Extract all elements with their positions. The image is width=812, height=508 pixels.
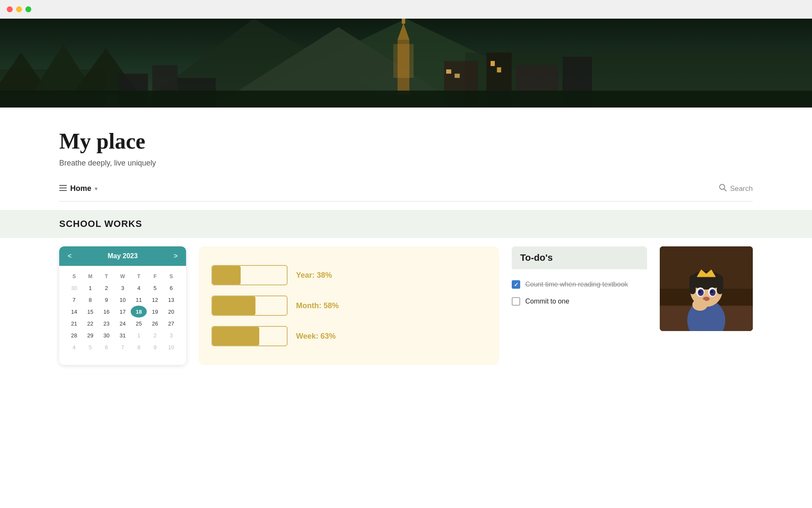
- svg-rect-24: [0, 91, 812, 108]
- svg-rect-26: [59, 188, 67, 188]
- year-progress-bar: [211, 265, 288, 285]
- cal-day[interactable]: 15: [82, 306, 98, 318]
- cal-day[interactable]: 16: [99, 306, 115, 318]
- year-progress-label: Year: 38%: [296, 271, 332, 280]
- todo-text-1: Count time when reading textbook: [525, 279, 628, 290]
- todo-checkbox-1[interactable]: [512, 280, 520, 289]
- cal-day[interactable]: 28: [66, 329, 82, 341]
- svg-rect-16: [446, 69, 451, 74]
- month-progress-bar: [211, 295, 288, 316]
- month-progress-label: Month: 58%: [296, 301, 339, 310]
- calendar-week-5: 28 29 30 31 1 2 3: [66, 329, 179, 341]
- cal-day[interactable]: 10: [115, 294, 131, 306]
- anime-character-image: [660, 246, 753, 331]
- home-nav[interactable]: Home ▾: [59, 184, 97, 193]
- school-works-section-header: SCHOOL WORKS: [0, 210, 812, 238]
- cal-day[interactable]: 8: [131, 341, 147, 353]
- cal-day[interactable]: 6: [99, 341, 115, 353]
- cal-day-today[interactable]: 18: [131, 306, 147, 318]
- cal-day[interactable]: 25: [131, 318, 147, 329]
- cal-day[interactable]: 10: [163, 341, 179, 353]
- todo-item-1: Count time when reading textbook: [512, 276, 647, 293]
- todo-text-2: Commit to one: [525, 296, 569, 306]
- page-title: My place: [59, 129, 753, 154]
- week-progress-label: Week: 63%: [296, 332, 336, 341]
- cal-day[interactable]: 23: [99, 318, 115, 329]
- progress-year: Year: 38%: [211, 265, 486, 285]
- cal-day[interactable]: 4: [131, 282, 147, 294]
- cal-day[interactable]: 17: [115, 306, 131, 318]
- svg-rect-48: [660, 246, 753, 331]
- page-subtitle: Breathe deeply, live uniquely: [59, 159, 753, 168]
- todo-header: To-do's: [512, 246, 647, 269]
- svg-rect-25: [59, 185, 67, 186]
- svg-rect-19: [497, 67, 501, 72]
- cal-day[interactable]: 24: [115, 318, 131, 329]
- svg-line-29: [724, 189, 726, 191]
- cal-day[interactable]: 19: [147, 306, 163, 318]
- cal-day[interactable]: 29: [82, 329, 98, 341]
- cal-day[interactable]: 3: [163, 329, 179, 341]
- todo-item-2: Commit to one: [512, 293, 647, 310]
- cal-day[interactable]: 20: [163, 306, 179, 318]
- todo-checkbox-2[interactable]: [512, 297, 520, 306]
- calendar-prev-button[interactable]: <: [68, 252, 71, 260]
- cal-day[interactable]: 2: [147, 329, 163, 341]
- cal-day[interactable]: 8: [82, 294, 98, 306]
- cal-day[interactable]: 26: [147, 318, 163, 329]
- cal-day[interactable]: 30: [99, 329, 115, 341]
- calendar-header: < May 2023 >: [59, 246, 186, 266]
- cal-day[interactable]: 27: [163, 318, 179, 329]
- cal-day[interactable]: 3: [115, 282, 131, 294]
- year-progress-fill: [212, 266, 241, 284]
- close-button[interactable]: [7, 6, 13, 12]
- cal-day[interactable]: 5: [147, 282, 163, 294]
- cal-day[interactable]: 14: [66, 306, 82, 318]
- maximize-button[interactable]: [25, 6, 31, 12]
- cal-day[interactable]: 2: [99, 282, 115, 294]
- todo-widget: To-do's Count time when reading textbook…: [512, 246, 647, 365]
- hero-banner: [0, 19, 812, 108]
- calendar-week-6: 4 5 6 7 8 9 10: [66, 341, 179, 353]
- month-progress-fill: [212, 296, 255, 315]
- day-header-sun: S: [66, 271, 82, 282]
- minimize-button[interactable]: [16, 6, 22, 12]
- svg-rect-11: [402, 19, 405, 24]
- day-header-wed: W: [115, 271, 131, 282]
- cal-day[interactable]: 12: [147, 294, 163, 306]
- cal-day[interactable]: 9: [99, 294, 115, 306]
- calendar-grid: S M T W T F S 30 1 2 3 4 5 6: [59, 266, 186, 358]
- hamburger-icon: [59, 185, 67, 193]
- calendar-widget: < May 2023 > S M T W T F S 30 1: [59, 246, 186, 365]
- cal-day[interactable]: 11: [131, 294, 147, 306]
- week-progress-bar: [211, 326, 288, 346]
- cal-day[interactable]: 31: [115, 329, 131, 341]
- cal-day[interactable]: 1: [82, 282, 98, 294]
- search-icon: [719, 184, 727, 193]
- image-widget: [660, 246, 753, 331]
- search-nav[interactable]: Search: [719, 184, 753, 193]
- chevron-down-icon: ▾: [95, 186, 97, 192]
- section-title: SCHOOL WORKS: [59, 218, 142, 229]
- page-title-section: My place Breathe deeply, live uniquely: [59, 108, 753, 176]
- cal-day[interactable]: 5: [82, 341, 98, 353]
- cal-day[interactable]: 6: [163, 282, 179, 294]
- week-progress-fill: [212, 327, 259, 345]
- search-label: Search: [730, 185, 753, 193]
- cal-day[interactable]: 9: [147, 341, 163, 353]
- cal-day[interactable]: 22: [82, 318, 98, 329]
- progress-widget: Year: 38% Month: 58% Week: 63%: [199, 246, 499, 365]
- cal-day[interactable]: 7: [115, 341, 131, 353]
- calendar-week-4: 21 22 23 24 25 26 27: [66, 318, 179, 329]
- main-grid: < May 2023 > S M T W T F S 30 1: [59, 246, 753, 382]
- cal-day[interactable]: 13: [163, 294, 179, 306]
- cal-day[interactable]: 30: [66, 282, 82, 294]
- cal-day[interactable]: 21: [66, 318, 82, 329]
- svg-rect-18: [491, 61, 495, 66]
- progress-week: Week: 63%: [211, 326, 486, 346]
- calendar-next-button[interactable]: >: [174, 252, 178, 260]
- cal-day[interactable]: 7: [66, 294, 82, 306]
- cal-day[interactable]: 1: [131, 329, 147, 341]
- cal-day[interactable]: 4: [66, 341, 82, 353]
- title-bar: [0, 0, 812, 19]
